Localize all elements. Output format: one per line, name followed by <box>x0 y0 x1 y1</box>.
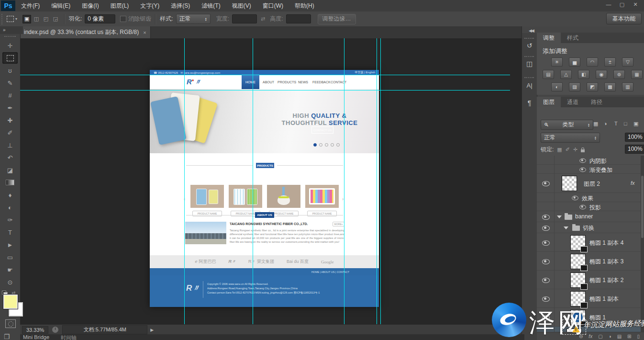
crop-tool[interactable]: # <box>2 90 18 101</box>
rectangle-tool[interactable]: ▭ <box>2 251 18 263</box>
tab-channels[interactable]: 通道 <box>561 97 585 107</box>
visibility-eye-icon[interactable] <box>542 296 550 302</box>
document-tab[interactable]: index.psd @ 33.3% (contact us 副本, RGB/8)… <box>20 26 151 38</box>
fx-badge[interactable]: fx <box>631 180 635 186</box>
spot-healing-brush-tool[interactable]: ✚ <box>2 114 18 126</box>
height-input[interactable] <box>286 14 311 23</box>
delete-layer-icon[interactable]: ▯ <box>637 334 640 339</box>
new-selection-button[interactable]: ▣ <box>22 15 31 23</box>
new-layer-icon[interactable]: ⊞ <box>627 334 631 339</box>
photo-filter-icon[interactable]: ◉ <box>596 70 607 79</box>
new-group-icon[interactable]: ▤ <box>617 334 622 339</box>
layer-style-icon[interactable]: fx <box>588 334 592 339</box>
character-panel-icon[interactable]: A| <box>522 82 537 89</box>
clone-stamp-tool[interactable]: ⊥ <box>2 139 18 151</box>
channel-mixer-icon[interactable]: ⊚ <box>613 70 625 79</box>
horizontal-guide[interactable] <box>20 75 510 75</box>
filter-pixel-layers-icon[interactable]: ▦ <box>593 121 598 127</box>
canvas-area[interactable]: ☎ 0512-82907626 ✉ sara.wu@rongweigroup.c… <box>20 38 522 324</box>
visibility-eye-icon[interactable] <box>542 259 550 264</box>
pen-tool[interactable]: ✑ <box>2 214 18 226</box>
menu-edit[interactable]: 编辑(E) <box>45 0 76 11</box>
brightness-contrast-icon[interactable]: ☀ <box>551 57 563 67</box>
layer-row[interactable]: 图层 2 fx <box>537 174 641 193</box>
layer-thumbnail[interactable] <box>570 254 586 269</box>
layer-row[interactable]: 椭圆 1 副本 2 <box>537 271 641 289</box>
tab-timeline[interactable]: 时间轴 <box>61 334 77 340</box>
horizontal-guide[interactable] <box>20 90 510 91</box>
layer-effect-row[interactable]: 内阴影 <box>537 156 641 165</box>
tab-close-icon[interactable]: × <box>143 30 146 35</box>
layer-thumbnail[interactable] <box>570 272 586 288</box>
tab-styles[interactable]: 样式 <box>561 33 585 43</box>
filter-smart-objects-icon[interactable]: ▣ <box>633 121 638 127</box>
layer-row[interactable]: 椭圆 1 副本 4 <box>537 233 641 252</box>
layer-row[interactable]: 椭圆 1 副本 3 <box>537 252 641 271</box>
quick-mask-button[interactable] <box>5 319 16 328</box>
fill-input[interactable]: 100% <box>625 145 644 154</box>
close-button[interactable]: ✕ <box>629 0 642 9</box>
width-input[interactable] <box>232 14 257 23</box>
dock-collapse-button[interactable]: ◀◀ <box>529 28 533 33</box>
antialias-checkbox[interactable] <box>120 16 126 22</box>
visibility-eye-icon[interactable] <box>579 205 586 209</box>
tools-collapse-button[interactable]: » <box>0 26 23 34</box>
subtract-from-selection-button[interactable]: ◰ <box>42 15 50 23</box>
posterize-icon[interactable]: ▨ <box>569 82 580 91</box>
layer-group-row[interactable]: 切换 <box>537 222 641 233</box>
selective-color-icon[interactable]: ▥ <box>622 82 633 91</box>
tab-layers[interactable]: 图层 <box>537 97 561 107</box>
layer-effect-row[interactable]: 投影 <box>537 202 641 211</box>
menu-file[interactable]: 文件(F) <box>15 0 45 11</box>
workspace-switcher-button[interactable]: 基本功能 <box>606 13 642 24</box>
layer-mask-icon[interactable]: ▢ <box>598 334 602 339</box>
black-white-icon[interactable]: ◧ <box>578 70 589 79</box>
visibility-eye-icon[interactable] <box>542 215 550 220</box>
zoom-level-field[interactable]: 33.33% <box>22 326 48 334</box>
feather-input[interactable]: 0 像素 <box>85 14 115 23</box>
menu-view[interactable]: 视图(V) <box>226 0 257 11</box>
quick-selection-tool[interactable]: ✎ <box>2 77 18 89</box>
layer-thumbnail[interactable] <box>562 176 577 191</box>
vertical-guide[interactable] <box>253 38 253 324</box>
restore-button[interactable]: ▢ <box>615 0 629 9</box>
blend-mode-select[interactable]: 正常 ▲▼ <box>541 133 600 143</box>
tab-adjustments[interactable]: 调整 <box>537 33 561 43</box>
layer-filter-select[interactable]: 🔍︎ 类型 ▲▼ <box>541 120 593 130</box>
expand-triangle-icon[interactable] <box>564 227 568 229</box>
color-lookup-icon[interactable]: ▦ <box>631 70 643 79</box>
vertical-guide[interactable] <box>380 38 381 324</box>
visibility-eye-icon[interactable] <box>542 278 550 283</box>
curves-icon[interactable]: ◠ <box>587 57 598 67</box>
lock-all-icon[interactable] <box>581 149 585 152</box>
tool-preset-picker[interactable]: ▾ <box>7 16 17 22</box>
hue-saturation-icon[interactable]: ▤ <box>543 70 554 79</box>
swap-dimensions-icon[interactable]: ⇄ <box>261 16 265 22</box>
layers-scrollbar[interactable] <box>641 156 644 340</box>
gradient-map-icon[interactable]: ▩ <box>604 82 616 91</box>
filter-adjustment-layers-icon[interactable]: ◑ <box>604 121 607 126</box>
lock-paint-icon[interactable]: ✐ <box>566 147 570 153</box>
exposure-icon[interactable]: ± <box>604 57 616 67</box>
visibility-eye-icon[interactable] <box>579 168 586 172</box>
vertical-guide[interactable] <box>377 38 377 324</box>
eraser-tool[interactable]: ◪ <box>2 164 18 176</box>
rectangular-marquee-tool[interactable] <box>2 52 18 64</box>
threshold-icon[interactable]: ◩ <box>587 82 598 91</box>
filter-shape-layers-icon[interactable]: □ <box>624 121 627 126</box>
dodge-tool[interactable]: ◐ <box>2 202 18 213</box>
blur-tool[interactable]: ♦ <box>2 189 18 201</box>
gradient-tool[interactable] <box>2 177 18 188</box>
expand-triangle-icon[interactable] <box>557 215 562 218</box>
horizontal-type-tool[interactable]: T <box>2 227 18 238</box>
lock-transparency-icon[interactable]: ▦ <box>557 147 562 153</box>
refine-edge-button[interactable]: 调整边缘… <box>318 14 356 24</box>
menu-window[interactable]: 窗口(W) <box>257 0 289 11</box>
move-tool[interactable]: ✛ <box>2 40 18 51</box>
menu-layer[interactable]: 图层(L) <box>105 0 135 11</box>
adjustment-layer-icon[interactable]: ◑ <box>609 334 611 339</box>
status-menu-arrow[interactable]: ▶ <box>150 328 154 332</box>
hand-tool[interactable]: ☛ <box>2 264 18 275</box>
tab-paths[interactable]: 路径 <box>585 97 609 107</box>
add-to-selection-button[interactable]: ◫ <box>32 15 41 23</box>
